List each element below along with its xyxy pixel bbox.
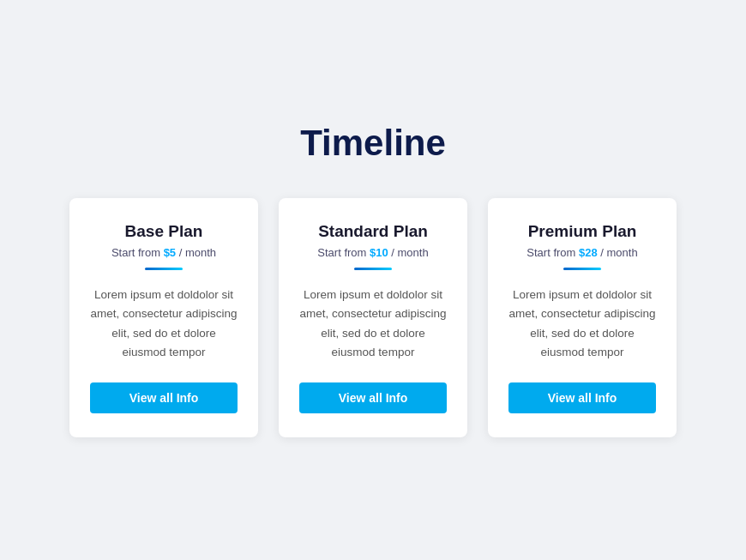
plan-description-standard: Lorem ipsum et doldolor sit amet, consec… — [299, 286, 447, 362]
plan-divider-base — [145, 268, 183, 270]
page-title: Timeline — [300, 123, 446, 164]
plan-price-prefix-premium: Start from — [526, 246, 579, 259]
plan-price-amount-standard: $10 — [370, 246, 388, 259]
plan-divider-standard — [354, 268, 392, 270]
plan-name-base: Base Plan — [125, 222, 203, 241]
plan-price-suffix-premium: / month — [598, 246, 638, 259]
plan-name-premium: Premium Plan — [528, 222, 637, 241]
plans-container: Base Plan Start from $5 / month Lorem ip… — [69, 198, 677, 437]
plan-price-amount-base: $5 — [164, 246, 176, 259]
plan-name-standard: Standard Plan — [318, 222, 428, 241]
view-all-button-standard[interactable]: View all Info — [299, 382, 447, 413]
plan-price-suffix-standard: / month — [388, 246, 429, 259]
plan-card-premium: Premium Plan Start from $28 / month Lore… — [488, 198, 677, 437]
view-all-button-base[interactable]: View all Info — [90, 382, 238, 413]
plan-divider-premium — [563, 268, 601, 270]
plan-price-base: Start from $5 / month — [111, 246, 216, 259]
plan-card-base: Base Plan Start from $5 / month Lorem ip… — [69, 198, 258, 437]
plan-price-standard: Start from $10 / month — [317, 246, 428, 259]
view-all-button-premium[interactable]: View all Info — [508, 382, 656, 413]
plan-description-base: Lorem ipsum et doldolor sit amet, consec… — [90, 286, 238, 362]
plan-price-prefix-base: Start from — [111, 246, 164, 259]
plan-price-amount-premium: $28 — [579, 246, 598, 259]
plan-price-premium: Start from $28 / month — [526, 246, 637, 259]
plan-price-suffix-base: / month — [176, 246, 216, 259]
plan-price-prefix-standard: Start from — [317, 246, 370, 259]
plan-card-standard: Standard Plan Start from $10 / month Lor… — [279, 198, 467, 437]
plan-description-premium: Lorem ipsum et doldolor sit amet, consec… — [508, 286, 656, 362]
